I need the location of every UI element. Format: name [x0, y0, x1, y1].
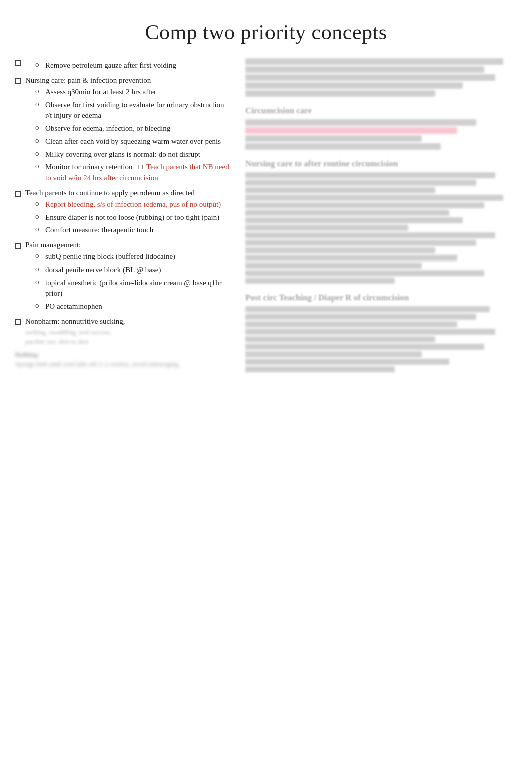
nursing-care-routine-title: Nursing care to after routine circumcisi… [245, 159, 517, 169]
sub-item-urinary-retention: Monitor for urinary retention □ Teach pa… [45, 162, 230, 184]
item-text: Nonpharm: nonnutritive sucking, [25, 317, 125, 325]
blurred-text-2 [245, 119, 517, 150]
sub-list-item: o Comfort measure: therapeutic touch [35, 225, 230, 236]
sub-list-item: o Ensure diaper is not too loose (rubbin… [35, 212, 230, 223]
sub-bullet-icon: o [35, 251, 42, 260]
blurred-nonpharm: sucking, swaddling, oral sucrose,pacifie… [25, 328, 230, 347]
sub-list: o Report bleeding, s/s of infection (ede… [35, 199, 230, 236]
sub-item-text: Observe for first voiding to evaluate fo… [45, 100, 230, 122]
sub-list: o subQ penile ring block (buffered lidoc… [35, 251, 230, 312]
main-list: o Remove petroleum gauze after first voi… [15, 58, 230, 346]
list-item: Pain management: o subQ penile ring bloc… [15, 241, 230, 314]
item-text: Teach parents to continue to apply petro… [25, 189, 195, 197]
sub-bullet-icon: o [35, 301, 42, 310]
right-section-2: Circumcision care [245, 106, 517, 150]
page-title: Comp two priority concepts [0, 20, 532, 44]
sub-item-text: Assess q30min for at least 2 hrs after [45, 87, 230, 98]
sub-item-text: topical anesthetic (prilocaine-lidocaine… [45, 278, 230, 300]
urinary-retention-text: Monitor for urinary retention [45, 163, 133, 171]
sub-bullet-icon: o [35, 100, 42, 108]
blurred-text-1 [245, 58, 517, 97]
bathing-label: Bathing: [15, 351, 39, 358]
right-column: Circumcision care Nursing care to after … [240, 58, 517, 381]
sub-bullet-icon: o [35, 225, 42, 233]
sub-list-item: o Monitor for urinary retention □ Teach … [35, 162, 230, 184]
sub-bullet-icon: o [35, 136, 42, 145]
sub-item-text: Ensure diaper is not too loose (rubbing)… [45, 212, 230, 223]
sub-list-item: o Milky covering over glans is normal: d… [35, 149, 230, 160]
list-item: Nonpharm: nonnutritive sucking, sucking,… [15, 317, 230, 347]
sub-item-text: Milky covering over glans is normal: do … [45, 149, 230, 160]
sub-list-item: o PO acetaminophen [35, 301, 230, 312]
left-column: o Remove petroleum gauze after first voi… [15, 58, 230, 369]
sub-bullet-icon: o [35, 60, 42, 69]
sub-bullet-icon: o [35, 278, 42, 286]
blurred-text-3 [245, 172, 517, 284]
sub-list-item: o Observe for edema, infection, or bleed… [35, 123, 230, 134]
sub-list-item: o Observe for first voiding to evaluate … [35, 100, 230, 122]
sub-bullet-icon: o [35, 265, 42, 273]
sub-bullet-icon: o [35, 123, 42, 132]
sub-item-text: subQ penile ring block (buffered lidocai… [45, 251, 230, 263]
list-item: o Remove petroleum gauze after first voi… [15, 58, 230, 73]
bullet-icon [15, 319, 21, 325]
sub-list-item: o dorsal penile nerve block (BL @ base) [35, 265, 230, 276]
sub-bullet-icon: o [35, 149, 42, 158]
sub-bullet-icon: o [35, 87, 42, 95]
bathing-text: Sponge bath until cord falls off (1-2 we… [15, 360, 179, 368]
sub-item-text: Clean after each void by squeezing warm … [45, 136, 230, 147]
sub-item-text: Observe for edema, infection, or bleedin… [45, 123, 230, 134]
sub-bullet-icon: o [35, 212, 42, 221]
post-circ-title: Post circ Teaching / Diaper R of circumc… [245, 293, 517, 303]
bullet-icon [15, 243, 21, 249]
sub-item-report-bleeding: Report bleeding, s/s of infection (edema… [45, 199, 230, 210]
right-section-4: Post circ Teaching / Diaper R of circumc… [245, 293, 517, 372]
sub-list-item: o Remove petroleum gauze after first voi… [35, 60, 230, 71]
sub-list: o Remove petroleum gauze after first voi… [35, 60, 230, 71]
sub-list-item: o Clean after each void by squeezing war… [35, 136, 230, 147]
circumcision-care-title: Circumcision care [245, 106, 517, 116]
list-item: Nursing care: pain & infection preventio… [15, 76, 230, 186]
bathing-footer: Bathing: Sponge bath until cord falls of… [15, 350, 230, 368]
sub-bullet-icon: o [35, 162, 42, 170]
sub-item-text: Remove petroleum gauze after first voidi… [45, 60, 230, 71]
item-text: Nursing care: pain & infection preventio… [25, 76, 151, 84]
sub-item-text: PO acetaminophen [45, 301, 230, 312]
bullet-icon [15, 60, 21, 66]
list-item: Teach parents to continue to apply petro… [15, 189, 230, 238]
item-text: Pain management: [25, 241, 81, 249]
sub-list: o Assess q30min for at least 2 hrs after… [35, 87, 230, 184]
right-section-3: Nursing care to after routine circumcisi… [245, 159, 517, 284]
bullet-icon [15, 191, 21, 197]
sub-bullet-icon: o [35, 199, 42, 208]
sub-list-item: o topical anesthetic (prilocaine-lidocai… [35, 278, 230, 300]
bullet-icon [15, 78, 21, 84]
right-section-1 [245, 58, 517, 97]
sub-list-item: o Report bleeding, s/s of infection (ede… [35, 199, 230, 210]
sub-list-item: o subQ penile ring block (buffered lidoc… [35, 251, 230, 263]
sub-item-text: dorsal penile nerve block (BL @ base) [45, 265, 230, 276]
sub-list-item: o Assess q30min for at least 2 hrs after [35, 87, 230, 98]
footer-left: Bathing: Sponge bath until cord falls of… [15, 350, 230, 368]
sub-item-text: Comfort measure: therapeutic touch [45, 225, 230, 236]
blurred-text-4 [245, 306, 517, 372]
main-layout: o Remove petroleum gauze after first voi… [0, 58, 532, 381]
